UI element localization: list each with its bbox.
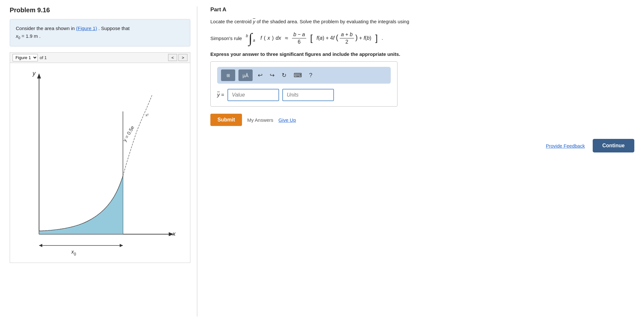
figure-graph: y x y = 0.5e x² x 0: [13, 66, 181, 257]
redo-button[interactable]: ↪: [268, 70, 277, 80]
simpsons-formula: Simpson's rule b ∫ a f(x)dx ≈ b − a 6: [210, 31, 634, 46]
next-figure-button[interactable]: >: [178, 54, 187, 61]
provide-feedback-link[interactable]: Provide Feedback: [546, 143, 585, 149]
svg-text:x: x: [172, 231, 176, 237]
integral-block: b ∫ a f(x)dx: [246, 31, 281, 45]
bottom-row: Provide Feedback Continue: [210, 139, 634, 152]
value-input[interactable]: [227, 89, 279, 101]
instruction-2: of the shaded area. Solve the problem by…: [255, 19, 409, 24]
part-label: Part A: [210, 6, 634, 13]
fraction-ba6: b − a 6: [292, 31, 306, 46]
instruction-1: Locate the centroid: [210, 19, 253, 24]
svg-text:y = 0.5e: y = 0.5e: [122, 125, 135, 142]
template-icon: ⊞: [226, 73, 230, 78]
keyboard-icon: ⌨: [294, 72, 302, 79]
left-bracket: [: [310, 34, 313, 43]
svg-marker-2: [37, 73, 41, 78]
refresh-icon: ↻: [282, 72, 287, 79]
approx-symbol: ≈: [285, 35, 288, 42]
help-icon: ?: [309, 72, 312, 79]
period: .: [382, 35, 383, 41]
problem-title: Problem 9.16: [10, 6, 190, 14]
undo-button[interactable]: ↩: [256, 70, 265, 80]
bold-instruction: Express your answer to three significant…: [210, 51, 634, 57]
redo-icon: ↪: [270, 72, 275, 79]
figure-select[interactable]: Figure 1: [13, 54, 38, 61]
figure-of-label: of 1: [40, 55, 47, 60]
answer-box: ⊞ μÅ ↩ ↪ ↻ ⌨ ?: [210, 61, 397, 107]
refresh-button[interactable]: ↻: [280, 70, 288, 80]
continue-button[interactable]: Continue: [593, 139, 634, 152]
units-input[interactable]: [282, 89, 334, 101]
description-text-2: . Suppose that: [97, 26, 130, 31]
my-answers-label: My Answers: [247, 117, 273, 123]
right-bracket: ]: [375, 34, 378, 43]
svg-text:0: 0: [74, 252, 76, 256]
mu-label: μÅ: [243, 73, 249, 78]
math-toolbar: ⊞ μÅ ↩ ↪ ↻ ⌨ ?: [217, 67, 391, 84]
y-bar-equals-label: y =: [217, 92, 224, 98]
give-up-link[interactable]: Give Up: [278, 117, 296, 123]
submit-button[interactable]: Submit: [210, 114, 242, 126]
submit-row: Submit My Answers Give Up: [210, 114, 634, 126]
figure-controls: Figure 1 of 1 < >: [10, 52, 190, 63]
problem-description: Consider the area shown in (Figure 1) . …: [10, 19, 190, 47]
figure-box: y x y = 0.5e x² x 0: [10, 63, 190, 263]
template-button[interactable]: ⊞: [221, 69, 235, 81]
svg-text:x²: x²: [146, 113, 149, 117]
keyboard-button[interactable]: ⌨: [292, 70, 304, 80]
help-button[interactable]: ?: [307, 71, 314, 80]
answer-row: y =: [217, 89, 391, 101]
figure-link[interactable]: (Figure 1): [76, 26, 97, 31]
simpsons-label: Simpson's rule: [210, 36, 242, 41]
undo-icon: ↩: [258, 72, 263, 79]
problem-text: Locate the centroid y of the shaded area…: [210, 17, 634, 26]
svg-marker-10: [39, 244, 42, 247]
prev-figure-button[interactable]: <: [168, 54, 177, 61]
svg-text:y: y: [32, 70, 36, 77]
description-text-1: Consider the area shown in: [16, 26, 76, 31]
bracket-content: f(a) + 4f ( a + b 2 ) + f(b): [317, 31, 371, 46]
mu-button[interactable]: μÅ: [238, 69, 253, 81]
svg-marker-11: [120, 244, 123, 247]
x0-value: = 1.9 m .: [22, 33, 41, 39]
x0-variable: x0: [16, 33, 20, 39]
